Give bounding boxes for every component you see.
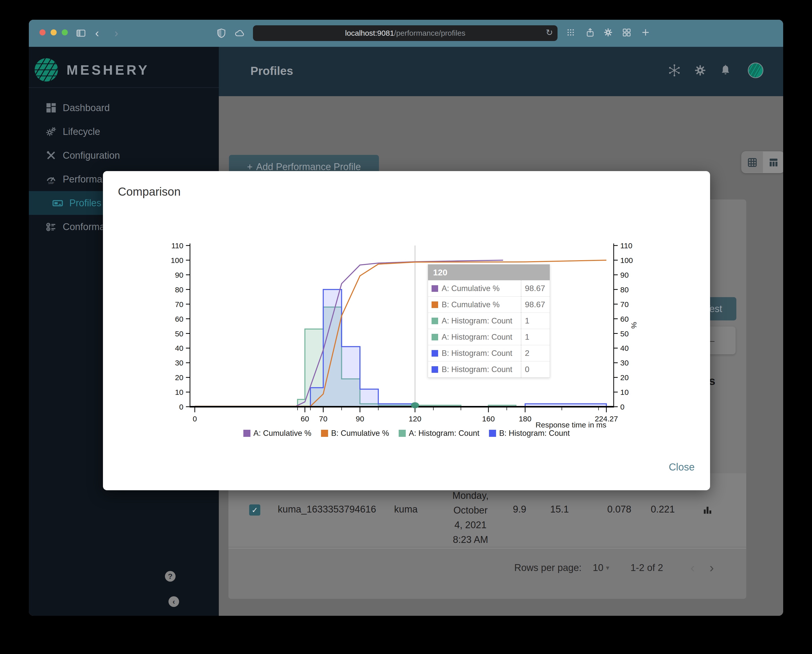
next-page-button[interactable]: › (710, 562, 714, 573)
lifecycle-icon (46, 126, 56, 137)
pagination: Rows per page: 10 ▾ 1-2 of 2 ‹ › (514, 557, 714, 578)
svg-text:100: 100 (620, 256, 633, 264)
svg-text:160: 160 (482, 414, 495, 423)
duration-cell: 15.1 (539, 504, 580, 515)
tooltip-row: A: Histogram: Count1 (428, 329, 549, 345)
plus-icon: + (247, 162, 252, 173)
tooltip-value: 98.67 (521, 296, 549, 313)
close-window-button[interactable] (40, 29, 46, 35)
privacy-shield-icon[interactable] (216, 28, 227, 38)
chart-legend: A: Cumulative %B: Cumulative %A: Histogr… (103, 429, 710, 438)
view-chart-icon[interactable] (702, 504, 713, 516)
legend-label: B: Histogram: Count (499, 429, 570, 438)
svg-text:70: 70 (620, 300, 629, 309)
series-swatch (432, 285, 438, 292)
minimize-window-button[interactable] (50, 29, 56, 35)
brand-text: MESHERY (67, 62, 150, 78)
comparison-modal: Comparison 00101020203030404050506060707… (103, 171, 710, 490)
forward-button[interactable]: › (114, 25, 118, 40)
back-button[interactable]: ‹ (95, 25, 99, 40)
tooltip-value: 0 (521, 361, 549, 377)
new-tab-icon[interactable] (641, 28, 650, 37)
legend-label: B: Cumulative % (331, 429, 389, 438)
zoom-window-button[interactable] (62, 29, 68, 35)
legend-item[interactable]: A: Histogram: Count (399, 429, 479, 438)
gear-icon[interactable] (694, 64, 707, 77)
tab-groups-icon[interactable] (621, 28, 632, 37)
svg-text:40: 40 (175, 344, 183, 352)
view-toggle (742, 151, 783, 173)
close-button[interactable]: Close (667, 461, 696, 473)
tooltip-series-label: B: Histogram: Count (442, 349, 512, 358)
app-header: Profiles (219, 47, 783, 96)
svg-text:0: 0 (193, 414, 197, 423)
help-button[interactable]: ? (165, 571, 176, 582)
svg-text:50: 50 (620, 330, 629, 338)
svg-text:0: 0 (620, 403, 624, 411)
sidebar-item-label: Configuration (63, 150, 120, 161)
legend-item[interactable]: A: Cumulative % (243, 429, 311, 438)
tooltip-series-label: A: Histogram: Count (442, 333, 512, 342)
svg-text:SMP: SMP (48, 182, 54, 185)
url-path: /performance/profiles (394, 29, 466, 37)
svg-text:120: 120 (409, 414, 421, 423)
legend-swatch (489, 430, 496, 437)
svg-text:20: 20 (620, 373, 629, 382)
divider (229, 548, 746, 549)
chart-tooltip: 120 A: Cumulative %98.67B: Cumulative %9… (428, 264, 550, 377)
sidebar-item-dashboard[interactable]: Dashboard (29, 96, 219, 120)
tooltip-series-label: B: Histogram: Count (442, 365, 512, 374)
sidebar-item-lifecycle[interactable]: Lifecycle (29, 120, 219, 144)
svg-text:30: 30 (175, 359, 183, 367)
svg-text:10: 10 (620, 388, 629, 396)
svg-text:40: 40 (620, 344, 629, 352)
legend-swatch (243, 430, 250, 437)
tooltip-value: 98.67 (521, 280, 549, 296)
series-swatch (432, 318, 438, 324)
profile-name-cell: kuma_1633353794616 (278, 504, 376, 515)
right-y-axis-label: % (630, 322, 638, 329)
settings-gear-icon[interactable] (603, 28, 613, 37)
table-view-button[interactable] (763, 151, 783, 173)
comparison-chart[interactable]: 0010102020303040405050606070708080909010… (103, 171, 710, 490)
browser-chrome: ‹ › localhost:9081/performance/profiles … (29, 20, 783, 47)
caret-down-icon[interactable]: ▾ (606, 564, 609, 572)
table-view-icon (768, 157, 779, 168)
notifications-bell-icon[interactable] (719, 64, 732, 77)
legend-swatch (321, 430, 328, 437)
p50-cell: 0.078 (599, 504, 640, 515)
icloud-icon[interactable] (234, 28, 245, 38)
refresh-icon[interactable]: ↻ (546, 28, 553, 37)
browser-window: ‹ › localhost:9081/performance/profiles … (29, 20, 783, 616)
avatar[interactable] (748, 62, 764, 78)
sidebar-toggle-icon[interactable] (76, 28, 86, 38)
date-line: 4, 2021 (433, 518, 508, 532)
rows-per-page-select[interactable]: 10 (593, 562, 603, 573)
tooltip-value: 1 (521, 329, 549, 345)
x-axis-label: Response time in ms (505, 421, 606, 429)
brand[interactable]: MESHERY (34, 58, 150, 82)
url-host: localhost:9081 (345, 29, 394, 37)
svg-text:60: 60 (620, 315, 629, 323)
tooltip-series-label: A: Histogram: Count (442, 316, 512, 325)
svg-text:90: 90 (356, 414, 364, 423)
share-icon[interactable] (585, 28, 595, 37)
sidebar-item-configuration[interactable]: Configuration (29, 144, 219, 167)
row-checkbox[interactable]: ✓ (249, 504, 260, 516)
svg-text:70: 70 (175, 300, 183, 309)
mesh-sync-icon[interactable] (668, 64, 681, 77)
previous-page-button[interactable]: ‹ (690, 562, 694, 573)
svg-text:50: 50 (175, 330, 183, 338)
collapse-sidebar-button[interactable]: ‹ (168, 596, 179, 607)
grid-view-button[interactable] (742, 151, 763, 173)
p99-cell: 0.221 (643, 504, 683, 515)
tab-overview-icon[interactable] (566, 28, 576, 37)
conformance-icon (46, 221, 56, 232)
legend-item[interactable]: B: Histogram: Count (489, 429, 570, 438)
svg-text:80: 80 (175, 286, 183, 294)
sidebar-item-label: Dashboard (63, 102, 110, 113)
legend-item[interactable]: B: Cumulative % (321, 429, 389, 438)
svg-text:60: 60 (175, 315, 183, 323)
url-bar[interactable]: localhost:9081/performance/profiles ↻ (253, 25, 557, 41)
series-swatch (432, 350, 438, 357)
